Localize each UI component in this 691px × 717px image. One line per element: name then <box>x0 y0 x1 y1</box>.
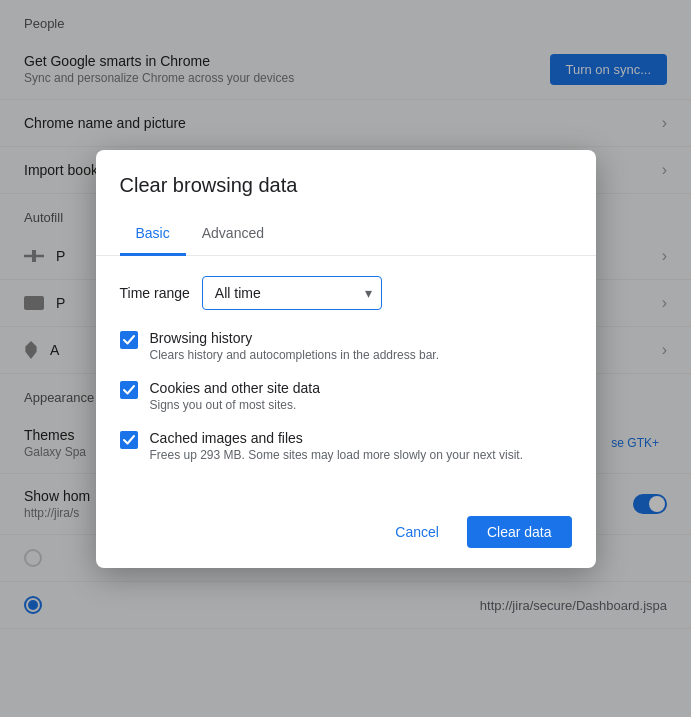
check-icon-3 <box>123 434 135 446</box>
time-range-row: Time range Last hour Last 24 hours Last … <box>120 276 572 310</box>
cached-images-text: Cached images and files Frees up 293 MB.… <box>150 430 523 462</box>
time-range-select-wrapper: Last hour Last 24 hours Last 7 days Last… <box>202 276 382 310</box>
browsing-history-checkbox[interactable] <box>120 331 138 349</box>
check-icon <box>123 334 135 346</box>
cached-images-title: Cached images and files <box>150 430 523 446</box>
cached-images-desc: Frees up 293 MB. Some sites may load mor… <box>150 448 523 462</box>
time-range-label: Time range <box>120 285 190 301</box>
time-range-select[interactable]: Last hour Last 24 hours Last 7 days Last… <box>202 276 382 310</box>
browsing-history-title: Browsing history <box>150 330 440 346</box>
cookies-text: Cookies and other site data Signs you ou… <box>150 380 320 412</box>
browsing-history-text: Browsing history Clears history and auto… <box>150 330 440 362</box>
tab-basic[interactable]: Basic <box>120 213 186 256</box>
browsing-history-item: Browsing history Clears history and auto… <box>120 330 572 362</box>
modal-body: Time range Last hour Last 24 hours Last … <box>96 256 596 500</box>
check-icon-2 <box>123 384 135 396</box>
modal-footer: Cancel Clear data <box>96 500 596 568</box>
cookies-title: Cookies and other site data <box>150 380 320 396</box>
cancel-button[interactable]: Cancel <box>375 516 459 548</box>
cookies-desc: Signs you out of most sites. <box>150 398 320 412</box>
cookies-item: Cookies and other site data Signs you ou… <box>120 380 572 412</box>
tab-advanced[interactable]: Advanced <box>186 213 280 256</box>
modal-title: Clear browsing data <box>96 150 596 213</box>
cookies-checkbox[interactable] <box>120 381 138 399</box>
cached-images-checkbox[interactable] <box>120 431 138 449</box>
modal-overlay: Clear browsing data Basic Advanced Time … <box>0 0 691 717</box>
modal-tabs: Basic Advanced <box>96 213 596 256</box>
browsing-history-desc: Clears history and autocompletions in th… <box>150 348 440 362</box>
cached-images-item: Cached images and files Frees up 293 MB.… <box>120 430 572 462</box>
clear-data-button[interactable]: Clear data <box>467 516 572 548</box>
clear-browsing-data-modal: Clear browsing data Basic Advanced Time … <box>96 150 596 568</box>
